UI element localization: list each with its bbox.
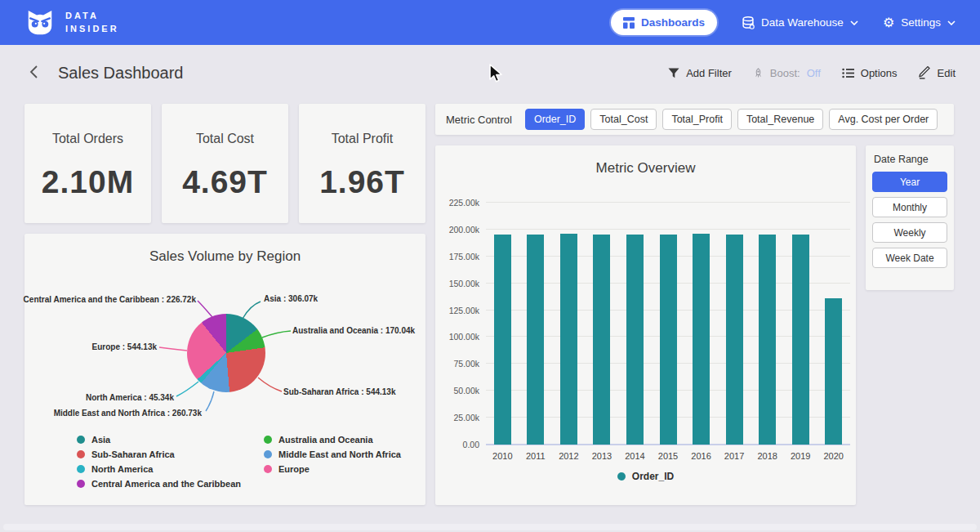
owl-logo-icon <box>24 7 56 38</box>
bar[interactable] <box>652 203 685 445</box>
boost-toggle[interactable]: Boost: Off <box>753 67 821 79</box>
legend-item-europe[interactable]: Europe <box>264 464 401 474</box>
list-icon <box>842 68 854 78</box>
metric-button-total-profit[interactable]: Total_Profit <box>662 109 732 130</box>
x-axis-label: 2017 <box>718 451 751 461</box>
data-warehouse-menu[interactable]: Data Warehouse <box>742 16 858 29</box>
pie-legend-column-1: Asia Sub-Saharan Africa North America Ce… <box>77 435 241 489</box>
kpi-label: Total Profit <box>299 132 425 146</box>
legend-label: Australia and Oceania <box>278 435 373 445</box>
legend-dot <box>77 465 85 473</box>
pie-label-asia: Asia : 306.07k <box>264 294 318 303</box>
add-filter-button[interactable]: Add Filter <box>668 67 732 79</box>
brand[interactable]: DATA INSIDER <box>24 7 119 38</box>
pencil-icon <box>919 66 931 79</box>
legend-dot <box>264 465 272 473</box>
bar[interactable] <box>817 203 850 445</box>
bar-legend[interactable]: Order_ID <box>435 471 856 482</box>
metric-button-total-cost[interactable]: Total_Cost <box>590 109 657 130</box>
pie-legend-column-2: Australia and Oceania Middle East and No… <box>264 435 401 489</box>
pie-label-australia-oceania: Australia and Oceania : 170.04k <box>292 326 415 335</box>
metric-button-total-revenue[interactable]: Total_Revenue <box>737 109 823 130</box>
bar[interactable] <box>486 203 519 445</box>
y-axis-tick: 175.00k <box>435 252 479 262</box>
legend-item-asia[interactable]: Asia <box>77 435 241 445</box>
horizontal-scrollbar[interactable] <box>3 524 977 530</box>
chevron-left-icon <box>29 65 38 79</box>
kpi-card-total-orders: Total Orders 2.10M <box>24 104 151 223</box>
pie-legend: Asia Sub-Saharan Africa North America Ce… <box>77 435 401 489</box>
pie-chart-card: Sales Volume by Region Asia : 306.07k Au… <box>24 234 425 505</box>
brand-line-2: INSIDER <box>65 23 119 36</box>
back-button[interactable] <box>24 61 43 85</box>
dashboard-grid-icon <box>623 17 635 29</box>
metric-button-order-id[interactable]: Order_ID <box>525 109 585 130</box>
bar[interactable] <box>718 203 751 445</box>
settings-menu[interactable]: ⚙ Settings <box>883 16 956 29</box>
y-axis-tick: 25.00k <box>435 413 479 422</box>
bar-plot-bars <box>486 203 850 445</box>
y-axis-tick: 75.00k <box>435 359 479 369</box>
date-range-label: Date Range <box>872 154 947 165</box>
bar-chart-card: Metric Overview 225.00k200.00k175.00k150… <box>435 145 856 505</box>
kpi-value: 1.96T <box>299 164 425 200</box>
y-axis-tick: 50.00k <box>435 386 479 396</box>
bar-rect <box>560 234 577 445</box>
x-axis-label: 2019 <box>784 451 817 461</box>
edit-label: Edit <box>938 67 956 79</box>
y-axis-tick: 0.00 <box>435 440 479 449</box>
options-button[interactable]: Options <box>842 67 898 79</box>
bar-rect <box>825 298 842 445</box>
bar[interactable] <box>586 203 619 445</box>
dashboards-button[interactable]: Dashboards <box>611 10 717 35</box>
legend-dot <box>77 480 85 488</box>
legend-item-australia-oceania[interactable]: Australia and Oceania <box>264 435 401 445</box>
kpi-label: Total Cost <box>162 132 288 146</box>
edit-button[interactable]: Edit <box>919 66 956 79</box>
legend-item-sub-saharan-africa[interactable]: Sub-Saharan Africa <box>77 449 241 459</box>
y-axis-tick: 150.00k <box>435 279 479 288</box>
bar[interactable] <box>519 203 553 445</box>
legend-item-north-america[interactable]: North America <box>77 464 241 474</box>
filter-icon <box>668 68 679 78</box>
database-icon <box>742 16 755 29</box>
bar[interactable] <box>618 203 652 445</box>
date-range-monthly-button[interactable]: Monthly <box>872 197 947 217</box>
top-nav-bar: DATA INSIDER Dashboards <box>0 0 980 45</box>
pie-label-north-america: North America : 45.34k <box>86 393 174 402</box>
metric-button-avg-cost[interactable]: Avg. Cost per Order <box>829 109 938 130</box>
bar-x-labels: 2010201120122013201420152016201720182019… <box>486 451 850 461</box>
metric-control-bar: Metric Control Order_ID Total_Cost Total… <box>435 104 954 135</box>
bar-rect <box>693 234 710 445</box>
legend-label: Central America and the Caribbean <box>91 479 241 489</box>
bar[interactable] <box>684 203 718 445</box>
bar[interactable] <box>751 203 784 445</box>
kpi-card-total-profit: Total Profit 1.96T <box>299 104 425 223</box>
add-filter-label: Add Filter <box>686 67 732 79</box>
date-range-weekly-button[interactable]: Weekly <box>872 222 947 243</box>
x-axis-label: 2016 <box>684 451 718 461</box>
bar-rect <box>494 235 511 445</box>
boost-label: Boost: <box>770 67 800 79</box>
date-range-week-date-button[interactable]: Week Date <box>872 248 947 268</box>
metric-control-label: Metric Control <box>446 114 512 126</box>
pie-label-middle-east-north-africa: Middle East and North Africa : 260.73k <box>54 409 202 418</box>
page-title: Sales Dashboard <box>58 64 183 83</box>
header-actions: Add Filter Boost: Off Options <box>668 66 956 79</box>
y-axis-tick: 225.00k <box>435 198 479 208</box>
rocket-icon <box>753 67 764 79</box>
bar[interactable] <box>552 203 586 445</box>
legend-dot <box>264 436 272 444</box>
page-header: Sales Dashboard Add Filter Boost: Off <box>0 54 980 92</box>
gear-icon: ⚙ <box>883 16 894 29</box>
legend-dot <box>264 450 272 458</box>
boost-state: Off <box>807 67 821 79</box>
sales-dashboard-screen: DATA INSIDER Dashboards <box>0 0 980 532</box>
bar[interactable] <box>784 203 817 445</box>
pie-chart[interactable] <box>187 314 265 392</box>
legend-item-middle-east-north-africa[interactable]: Middle East and North Africa <box>264 449 401 459</box>
bar-plot-area <box>486 203 850 445</box>
date-range-year-button[interactable]: Year <box>872 172 947 192</box>
bar-rect <box>626 235 644 445</box>
legend-item-central-america-caribbean[interactable]: Central America and the Caribbean <box>77 479 241 489</box>
